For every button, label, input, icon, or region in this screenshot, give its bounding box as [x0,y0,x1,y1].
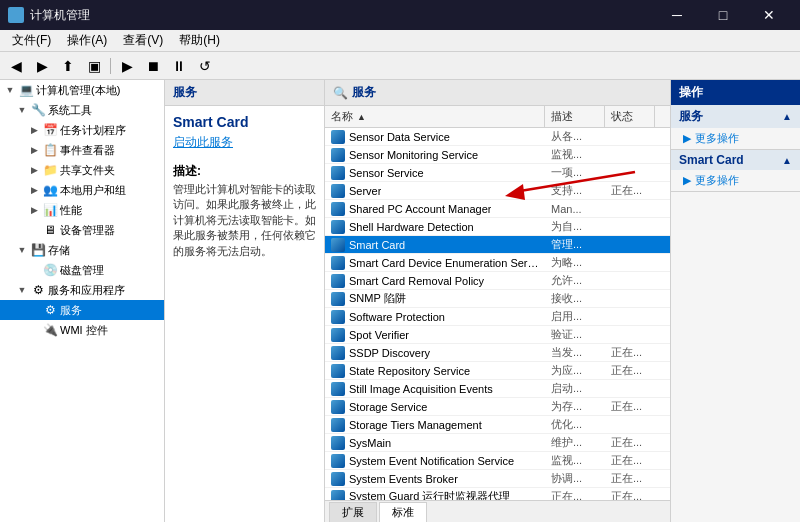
table-row[interactable]: Smart Card Removal Policy允许... [325,272,670,290]
actions-section-services-header[interactable]: 服务 ▲ [671,105,800,128]
service-name-label: Storage Service [349,401,427,413]
service-name-cell: Still Image Acquisition Events [325,381,545,397]
actions-section-smartcard-header[interactable]: Smart Card ▲ [671,150,800,170]
service-row-icon [331,202,345,216]
service-name-cell: SNMP 陷阱 [325,290,545,307]
service-name-label: SSDP Discovery [349,347,430,359]
forward-button[interactable]: ▶ [30,55,54,77]
service-status-cell: 正在... [605,488,655,500]
service-row-icon [331,328,345,342]
table-row[interactable]: SNMP 陷阱接收... [325,290,670,308]
back-button[interactable]: ◀ [4,55,28,77]
col-name-header[interactable]: 名称 ▲ [325,106,545,127]
table-row[interactable]: SSDP Discovery当发...正在... [325,344,670,362]
service-row-icon [331,490,345,501]
table-row[interactable]: Smart Card管理... [325,236,670,254]
service-name-cell: SSDP Discovery [325,345,545,361]
service-name-label: Still Image Acquisition Events [349,383,493,395]
table-row[interactable]: SysMain维护...正在... [325,434,670,452]
actions-panel: 操作 服务 ▲ ▶ 更多操作 Smart Card ▲ ▶ 更多操作 [670,80,800,522]
table-row[interactable]: Sensor Data Service从各... [325,128,670,146]
close-button[interactable]: ✕ [746,0,792,30]
maximize-button[interactable]: □ [700,0,746,30]
service-start-link[interactable]: 启动此服务 [165,134,324,159]
minimize-button[interactable]: ─ [654,0,700,30]
service-name-cell: Software Protection [325,309,545,325]
service-status-cell [605,424,655,426]
sidebar-item-services-apps[interactable]: ▼ ⚙ 服务和应用程序 [0,280,164,300]
sidebar-item-system[interactable]: ▼ 🔧 系统工具 [0,100,164,120]
sidebar-item-perf[interactable]: ▶ 📊 性能 [0,200,164,220]
menu-file[interactable]: 文件(F) [4,30,59,51]
col-desc-header[interactable]: 描述 [545,106,605,127]
service-row-icon [331,166,345,180]
sidebar-item-root[interactable]: ▼ 💻 计算机管理(本地) [0,80,164,100]
expand-icon [28,224,40,236]
sidebar-item-event[interactable]: ▶ 📋 事件查看器 [0,140,164,160]
menu-action[interactable]: 操作(A) [59,30,115,51]
action-more-smartcard[interactable]: ▶ 更多操作 [671,170,800,191]
table-row[interactable]: State Repository Service为应...正在... [325,362,670,380]
sidebar-item-device[interactable]: 🖥 设备管理器 [0,220,164,240]
table-row[interactable]: Shared PC Account ManagerMan... [325,200,670,218]
table-row[interactable]: System Guard 运行时监视器代理正在...正在... [325,488,670,500]
stop-button[interactable]: ⏹ [141,55,165,77]
expand-icon: ▼ [16,284,28,296]
service-row-icon [331,130,345,144]
service-name-cell: Storage Tiers Management [325,417,545,433]
table-row[interactable]: Software Protection启用... [325,308,670,326]
col-status-header[interactable]: 状态 [605,106,655,127]
name-col-label: 名称 [331,109,353,124]
table-row[interactable]: System Events Broker协调...正在... [325,470,670,488]
sidebar-label-device: 设备管理器 [60,223,115,238]
menu-view[interactable]: 查看(V) [115,30,171,51]
table-row[interactable]: Sensor Monitoring Service监视... [325,146,670,164]
service-status-cell [605,154,655,156]
service-status-cell [605,280,655,282]
table-row[interactable]: Still Image Acquisition Events启动... [325,380,670,398]
service-status-cell: 正在... [605,398,655,415]
actions-header: 操作 [671,80,800,105]
service-name-cell: Shared PC Account Manager [325,201,545,217]
table-row[interactable]: Shell Hardware Detection为自... [325,218,670,236]
menu-help[interactable]: 帮助(H) [171,30,228,51]
service-status-cell: 正在... [605,362,655,379]
table-row[interactable]: Server支持...正在... [325,182,670,200]
service-name-label: SysMain [349,437,391,449]
service-name-cell: State Repository Service [325,363,545,379]
sidebar-item-services[interactable]: ⚙ 服务 [0,300,164,320]
service-name-label: Sensor Service [349,167,424,179]
play-button[interactable]: ▶ [115,55,139,77]
tab-standard[interactable]: 标准 [379,502,427,522]
show-hide-button[interactable]: ▣ [82,55,106,77]
service-name-label: System Guard 运行时监视器代理 [349,489,510,500]
sidebar-label-services-apps: 服务和应用程序 [48,283,125,298]
service-name-label: Smart Card [349,239,405,251]
sidebar-item-users[interactable]: ▶ 👥 本地用户和组 [0,180,164,200]
table-row[interactable]: Smart Card Device Enumeration Service为略.… [325,254,670,272]
pause-button[interactable]: ⏸ [167,55,191,77]
action-more-services[interactable]: ▶ 更多操作 [671,128,800,149]
folder-icon: 📁 [42,162,58,178]
sidebar-item-wmi[interactable]: 🔌 WMI 控件 [0,320,164,340]
sidebar-item-task[interactable]: ▶ 📅 任务计划程序 [0,120,164,140]
service-name-cell: Shell Hardware Detection [325,219,545,235]
restart-button[interactable]: ↺ [193,55,217,77]
table-row[interactable]: Sensor Service一项... [325,164,670,182]
table-row[interactable]: System Event Notification Service监视...正在… [325,452,670,470]
table-row[interactable]: Spot Verifier验证... [325,326,670,344]
sidebar-item-storage[interactable]: ▼ 💾 存储 [0,240,164,260]
table-row[interactable]: Storage Tiers Management优化... [325,416,670,434]
service-name-label: Spot Verifier [349,329,409,341]
table-row[interactable]: Storage Service为存...正在... [325,398,670,416]
sidebar-item-shared[interactable]: ▶ 📁 共享文件夹 [0,160,164,180]
section-smartcard-label: Smart Card [679,153,744,167]
services-table: 名称 ▲ 描述 状态 Sensor Data Service从各...Senso… [325,106,670,500]
up-button[interactable]: ⬆ [56,55,80,77]
tab-extended[interactable]: 扩展 [329,502,377,522]
service-desc-cell: 监视... [545,452,605,469]
expand-icon: ▶ [28,184,40,196]
sidebar-item-disk[interactable]: 💿 磁盘管理 [0,260,164,280]
service-desc-cell: 一项... [545,164,605,181]
perf-icon: 📊 [42,202,58,218]
